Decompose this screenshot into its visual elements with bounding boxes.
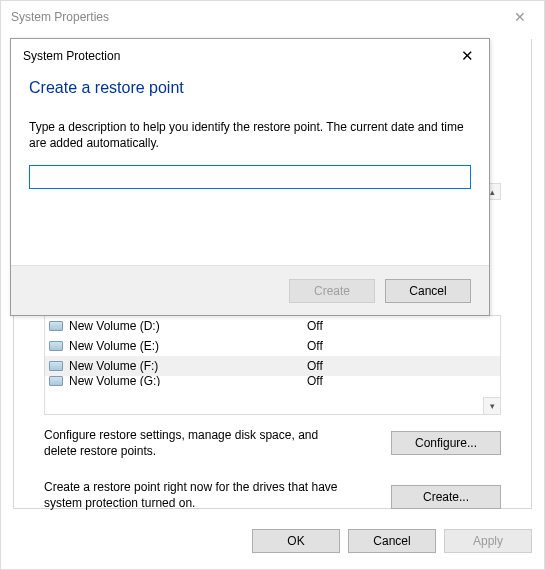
parent-window-title: System Properties xyxy=(11,10,109,24)
restore-point-description-input[interactable] xyxy=(29,165,471,189)
table-row[interactable]: New Volume (D:) Off xyxy=(45,316,500,336)
modal-body: Create a restore point Type a descriptio… xyxy=(11,73,489,189)
dialog-footer: OK Cancel Apply xyxy=(13,525,532,557)
create-description: Create a restore point right now for the… xyxy=(44,479,344,511)
table-row[interactable]: New Volume (E:) Off xyxy=(45,336,500,356)
drive-status: Off xyxy=(307,339,323,353)
create-button[interactable]: Create... xyxy=(391,485,501,509)
close-icon[interactable]: ✕ xyxy=(500,1,540,33)
modal-cancel-button[interactable]: Cancel xyxy=(385,279,471,303)
close-icon[interactable]: ✕ xyxy=(453,47,481,65)
table-row[interactable]: New Volume (G:) Off xyxy=(45,376,500,386)
drive-icon xyxy=(49,341,63,351)
drive-status: Off xyxy=(307,319,323,333)
drive-name: New Volume (D:) xyxy=(69,319,307,333)
drive-icon xyxy=(49,321,63,331)
cancel-button[interactable]: Cancel xyxy=(348,529,436,553)
drive-status: Off xyxy=(307,359,323,373)
drive-icon xyxy=(49,376,63,386)
ok-button[interactable]: OK xyxy=(252,529,340,553)
apply-button[interactable]: Apply xyxy=(444,529,532,553)
drive-name: New Volume (G:) xyxy=(69,376,307,386)
modal-create-button[interactable]: Create xyxy=(289,279,375,303)
drive-icon xyxy=(49,361,63,371)
modal-description: Type a description to help you identify … xyxy=(29,119,471,151)
table-row[interactable]: New Volume (F:) Off xyxy=(45,356,500,376)
modal-footer: Create Cancel xyxy=(11,265,489,315)
parent-titlebar: System Properties ✕ xyxy=(1,1,544,33)
drive-name: New Volume (F:) xyxy=(69,359,307,373)
create-restore-point-dialog: System Protection ✕ Create a restore poi… xyxy=(10,38,490,316)
configure-button[interactable]: Configure... xyxy=(391,431,501,455)
protection-drives-list[interactable]: New Volume (D:) Off New Volume (E:) Off … xyxy=(44,315,501,415)
chevron-down-icon[interactable]: ▾ xyxy=(483,397,500,414)
modal-title: System Protection xyxy=(23,49,120,63)
drive-status: Off xyxy=(307,376,323,386)
modal-heading: Create a restore point xyxy=(29,79,471,97)
drive-name: New Volume (E:) xyxy=(69,339,307,353)
configure-description: Configure restore settings, manage disk … xyxy=(44,427,344,459)
modal-titlebar: System Protection ✕ xyxy=(11,39,489,73)
